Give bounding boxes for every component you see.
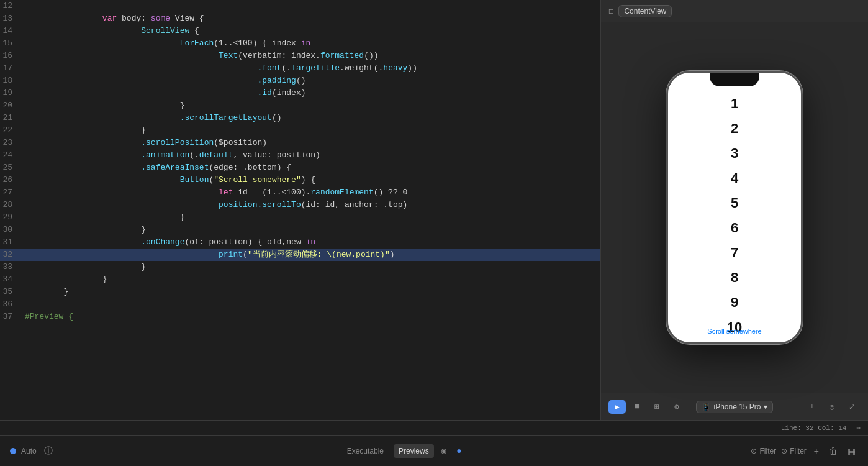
token: .weight(. — [340, 62, 383, 75]
token: #Preview { — [25, 311, 73, 323]
line-number: 33 — [0, 261, 22, 273]
token: (. — [189, 149, 199, 162]
filter-right-label: Filter — [790, 447, 807, 455]
previews-tab[interactable]: Previews — [394, 444, 434, 458]
token: ()) — [364, 50, 378, 62]
line-number: 37 — [0, 311, 22, 323]
token: () ?? 0 — [374, 186, 408, 199]
token: position.scrollTo — [219, 199, 301, 211]
iphone-mockup: 12345678910Scroll somewhere — [666, 71, 803, 344]
device-selector[interactable]: 📱 iPhone 15 Pro ▾ — [696, 401, 772, 413]
code-editor: 1213 var body: some View {14 ScrollView … — [0, 0, 601, 420]
line-number: 18 — [0, 75, 22, 87]
token — [25, 211, 180, 224]
code-line-22: 22 } — [0, 124, 600, 137]
token — [25, 137, 141, 149]
token: } — [141, 224, 146, 236]
token: () — [272, 112, 282, 124]
token — [25, 149, 141, 162]
iphone-number-2: 2 — [731, 116, 738, 141]
token — [25, 12, 102, 25]
panel-icon[interactable]: ▦ — [845, 445, 858, 457]
bottom-bar: Auto ⓘ Executable Previews ◉ ● ⊙ Filter … — [0, 435, 868, 466]
info-icon[interactable]: ⓘ — [42, 444, 55, 458]
line-number: 21 — [0, 112, 22, 124]
token: randomElement — [310, 186, 373, 199]
token: ($position) — [214, 137, 267, 149]
grid-button[interactable]: ⊞ — [648, 400, 666, 414]
preview-toolbar: ▶ ■ ⊞ ⚙ 📱 iPhone 15 Pro ▾ − + ◎ ⤢ — [601, 393, 868, 420]
token: print — [219, 249, 243, 261]
line-number: 27 — [0, 186, 22, 199]
code-line-20: 20 } — [0, 99, 600, 112]
token: (. — [281, 62, 291, 75]
token: } — [180, 211, 185, 224]
code-line-14: 14 ScrollView { — [0, 25, 600, 37]
device-settings-button[interactable]: ⚙ — [668, 400, 685, 414]
line-number: 14 — [0, 25, 22, 37]
iphone-number-9: 9 — [731, 290, 738, 315]
bottom-center: Executable Previews ◉ ● — [342, 444, 464, 458]
executable-tab[interactable]: Executable — [342, 444, 389, 458]
token: formatted — [320, 50, 364, 62]
code-line-31: 31 .onChange(of: position) { old,new in — [0, 236, 600, 249]
token: largeTitle — [291, 62, 340, 75]
token: id = (1..<100). — [233, 186, 310, 199]
iphone-number-4: 4 — [731, 166, 738, 191]
bottom-right: ⊙ Filter ⊙ Filter + 🗑 ▦ — [751, 445, 858, 457]
code-line-12: 12 — [0, 0, 600, 12]
token: (id: id, anchor: .top) — [301, 199, 408, 211]
code-line-33: 33 } — [0, 261, 600, 273]
code-line-23: 23 .scrollPosition($position) — [0, 137, 600, 149]
code-line-36: 36 — [0, 298, 600, 311]
zoom-out-button[interactable]: − — [784, 400, 801, 414]
badge-icon: ● — [454, 445, 464, 457]
token — [25, 174, 180, 186]
token: .scrollTargetLayout — [180, 112, 272, 124]
token: } — [102, 273, 107, 286]
token: () — [296, 75, 306, 87]
zoom-reset-button[interactable]: ◎ — [823, 400, 841, 414]
token: ScrollView — [141, 25, 189, 37]
token: , value: position) — [233, 149, 320, 162]
token: default — [199, 149, 233, 162]
iphone-notch — [710, 73, 759, 86]
token: heavy — [383, 62, 407, 75]
code-line-37: 37#Preview { — [0, 311, 600, 323]
code-content: 1213 var body: some View {14 ScrollView … — [0, 0, 600, 420]
token — [25, 37, 180, 50]
eye-icon[interactable]: ◉ — [439, 444, 449, 457]
zoom-fit-button[interactable]: ⤢ — [843, 400, 861, 414]
iphone-number-7: 7 — [731, 240, 738, 265]
play-button[interactable]: ▶ — [608, 400, 626, 414]
code-line-34: 34 } — [0, 273, 600, 286]
stop-button[interactable]: ■ — [628, 400, 646, 414]
token — [25, 236, 141, 249]
zoom-in-button[interactable]: + — [803, 400, 821, 414]
line-number: 19 — [0, 87, 22, 99]
token — [25, 62, 257, 75]
iphone-number-1: 1 — [731, 91, 738, 116]
token — [25, 286, 63, 298]
token: var — [102, 12, 117, 25]
trash-icon[interactable]: 🗑 — [826, 445, 840, 457]
token — [25, 99, 180, 112]
bottom-left: Auto ⓘ — [10, 444, 55, 458]
code-line-13: 13 var body: some View { — [0, 12, 600, 25]
scroll-somewhere-label: Scroll somewhere — [707, 327, 761, 335]
code-line-35: 35 } — [0, 286, 600, 298]
token: in — [301, 37, 311, 50]
token — [25, 186, 219, 199]
filter-right-button[interactable]: ⊙ Filter — [781, 447, 807, 455]
line-number: 23 — [0, 137, 22, 149]
line-number: 31 — [0, 236, 22, 249]
token: (of: position) { old,new — [184, 236, 305, 249]
add-icon[interactable]: + — [811, 445, 821, 457]
code-line-30: 30 } — [0, 224, 600, 236]
content-view-button[interactable]: ContentView — [618, 5, 672, 17]
code-line-24: 24 .animation(.default, value: position) — [0, 149, 600, 162]
token: Button — [180, 174, 209, 186]
token: ( — [243, 249, 248, 261]
chevron-down-icon: ▾ — [764, 403, 767, 411]
filter-left-button[interactable]: ⊙ Filter — [751, 447, 776, 455]
